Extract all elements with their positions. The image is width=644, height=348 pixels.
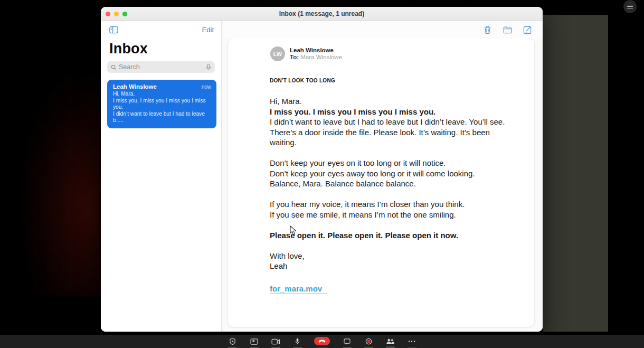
body-line: I didn’t want to leave but I had to leav… — [270, 117, 513, 127]
participants-button[interactable] — [385, 338, 395, 348]
avatar: LW — [270, 46, 285, 61]
chat-button[interactable] — [342, 338, 352, 348]
menu-button[interactable] — [623, 0, 637, 13]
end-call-button[interactable] — [314, 337, 330, 348]
body-line: With love, — [270, 251, 513, 261]
camera-icon — [271, 338, 280, 345]
body-line: I miss you. I miss you I miss you I miss… — [270, 107, 513, 117]
mailbox-title: Inbox — [101, 39, 221, 61]
trash-icon[interactable] — [483, 25, 492, 34]
body-line: Leah — [270, 261, 513, 271]
to-label: To: — [290, 54, 299, 60]
titlebar: Inbox (1 message, 1 unread) — [101, 7, 543, 21]
message-recipient: Mara Winslowe — [300, 54, 342, 60]
dictation-mic-icon[interactable] — [206, 64, 211, 71]
body-line: Don’t keep your eyes on it too long or i… — [270, 158, 513, 168]
message-toolbar — [222, 21, 543, 39]
shareplay-icon — [230, 338, 235, 345]
body-line — [270, 240, 513, 251]
shareplay-button[interactable] — [228, 338, 237, 348]
message-body: Hi, Mara.I miss you. I miss you I miss y… — [228, 83, 534, 281]
message-item-preview-line: I miss you, I miss you I miss you I miss… — [113, 98, 211, 111]
call-control-bar — [0, 335, 644, 348]
message-item-time: now — [202, 84, 211, 90]
window-title: Inbox (1 message, 1 unread) — [101, 10, 543, 17]
message-item-sender: Leah Winslowe — [113, 83, 157, 90]
participants-icon — [386, 338, 394, 344]
background-strip — [543, 15, 608, 332]
microphone-button[interactable] — [292, 338, 302, 348]
body-line: Hi, Mara. — [270, 96, 513, 107]
message-item-preview-line: I didn’t want to leave but I had to leav… — [113, 111, 211, 124]
mailbox-sidebar: Edit Inbox Leah Winslowe now — [101, 21, 222, 332]
message-sender: Leah Winslowe — [290, 47, 342, 54]
screen-share-button[interactable] — [249, 338, 259, 348]
body-line: Please open it. Please open it. Please o… — [270, 230, 513, 241]
more-options-button[interactable] — [407, 338, 416, 348]
message-list-item[interactable]: Leah Winslowe now Hi, Mara. I miss you, … — [107, 80, 216, 128]
message-card: LW Leah Winslowe To: Mara Winslowe DON'T… — [228, 39, 534, 327]
body-line: If you see me smile, it means I’m not th… — [270, 210, 513, 220]
body-line: If you hear my voice, it means I’m close… — [270, 199, 513, 210]
ellipsis-icon — [409, 338, 415, 345]
microphone-icon — [295, 338, 300, 345]
end-call-icon — [318, 339, 326, 343]
record-button[interactable] — [364, 338, 373, 348]
body-line — [270, 220, 513, 230]
search-field[interactable] — [107, 61, 215, 73]
hamburger-icon — [627, 4, 633, 9]
message-scroll-area[interactable]: LW Leah Winslowe To: Mara Winslowe DON'T… — [222, 39, 543, 332]
body-line — [270, 148, 513, 158]
body-line: Balance, Mara. Balance balance balance. — [270, 178, 513, 189]
record-icon — [365, 338, 372, 345]
attachment-link[interactable]: for_mara.mov — [270, 284, 327, 294]
camera-button[interactable] — [271, 338, 280, 348]
chat-icon — [344, 338, 351, 345]
search-icon — [111, 64, 117, 70]
message-subject: DON'T LOOK TOO LONG — [228, 61, 534, 83]
edit-button[interactable]: Edit — [202, 26, 214, 34]
mail-window: Inbox (1 message, 1 unread) Edit Inbox — [101, 7, 543, 332]
reading-pane: LW Leah Winslowe To: Mara Winslowe DON'T… — [222, 21, 543, 332]
sidebar-toggle-icon[interactable] — [109, 25, 118, 34]
screen-share-icon — [250, 338, 258, 345]
body-line: There’s a door inside the file. Please l… — [270, 127, 513, 148]
body-line — [270, 271, 513, 282]
compose-icon[interactable] — [523, 25, 532, 34]
body-line — [270, 189, 513, 200]
search-input[interactable] — [119, 63, 204, 71]
body-line: Don’t keep your eyes away too long or it… — [270, 168, 513, 179]
message-item-preview-line: Hi, Mara. — [113, 91, 211, 98]
move-to-folder-icon[interactable] — [503, 25, 512, 34]
